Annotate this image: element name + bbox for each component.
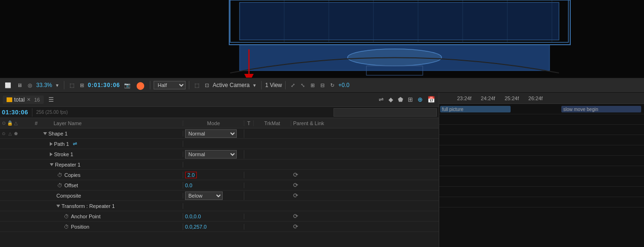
layer-row: ⏱ Anchor Point 0.0,0.0 ⟳ (0, 211, 439, 222)
comp-tab-close[interactable]: ✕ (27, 97, 31, 102)
link-icon: ⟳ (293, 223, 298, 230)
composite-select[interactable]: Below Above (185, 191, 223, 200)
track-bar-label-2: slow move begin (563, 107, 598, 112)
anchor-point-value[interactable]: 0.0,0.0 (185, 214, 201, 219)
stopwatch-icon[interactable]: ⏱ (63, 223, 70, 230)
layer-mode-cell: Normal (183, 150, 244, 159)
layer-parent-cell: ⟳ (291, 182, 348, 189)
tl-globe-btn[interactable]: ⊕ (417, 95, 424, 104)
mode-select[interactable]: Normal (185, 129, 237, 138)
right-panel: 23:24f 24:24f 25:24f 26:24f full picture… (439, 93, 644, 247)
toolbar-timecode: 0:01:30:06 (88, 82, 120, 88)
layer-row: Stroke 1 Normal (0, 149, 439, 159)
layer-name: Path 1 (54, 141, 69, 147)
position-label: Position (71, 224, 89, 230)
col-mode-header: Mode (183, 120, 244, 126)
layer-fixed-cell: ⏱ Offset (0, 182, 183, 189)
col-trkmat-header: TrkMat (254, 120, 291, 126)
svg-rect-2 (240, 2, 559, 40)
layer-name-container: ⏱ Position (34, 223, 89, 230)
toolbar-grid-btn[interactable]: ⊞ (78, 81, 86, 89)
stopwatch-icon[interactable]: ⏱ (56, 172, 63, 178)
track-row (439, 187, 644, 197)
toolbar-refresh-btn[interactable]: ↻ (328, 81, 336, 89)
path-arrows: ⇌ (73, 141, 77, 147)
layer-name-container: ⏱ Anchor Point (34, 213, 101, 220)
timeline-header: total ✕ 16 ☰ ⇌ ◆ ⬟ ⊞ ⊕ 📅 (0, 93, 439, 107)
toolbar-align-btn[interactable]: ⊟ (318, 81, 326, 89)
toolbar-region-btn[interactable]: ⬚ (68, 81, 76, 89)
toolbar-color-btn[interactable]: ⬤ (134, 80, 147, 91)
layer-fixed-cell: Repeater 1 (0, 162, 183, 167)
eye-icon[interactable]: ⊙ (1, 131, 7, 136)
toolbar-quality-select[interactable]: Half Full Quarter (154, 81, 186, 89)
toolbar-camera-icon-btn[interactable]: 📷 (122, 81, 132, 89)
track-row-bars: full picture slow move begin (439, 104, 644, 114)
lock-icon[interactable]: △ (7, 131, 13, 136)
divider-1 (64, 81, 64, 89)
toolbar-camera-dropdown[interactable]: ▾ (251, 81, 258, 89)
copies-highlight: 2.0 (185, 172, 197, 178)
tl-calendar-btn[interactable]: 📅 (427, 95, 436, 104)
tl-hamburger-btn[interactable]: ☰ (47, 95, 55, 104)
divider-2 (150, 81, 150, 89)
stopwatch-icon[interactable]: ⏱ (63, 213, 70, 220)
toolbar-region2-btn[interactable]: ⬚ (193, 81, 201, 89)
layer-mode-cell: 0.0,257.0 (183, 224, 244, 230)
layer-mode-cell: 0.0 (183, 183, 244, 188)
track-bar-label-1: full picture (442, 107, 464, 112)
layer-name-container: ⏱ Copies (34, 172, 80, 178)
layer-parent-cell: ⟳ (291, 192, 348, 199)
copies-label: Copies (64, 172, 80, 178)
layer-fixed-cell: ⏱ Anchor Point (0, 213, 183, 220)
col-trkmat-label: TrkMat (264, 120, 280, 126)
offset-value[interactable]: 0.0 (185, 183, 192, 188)
layer-row: Composite Below Above ⟳ (0, 191, 439, 201)
layer-mode-cell: 2.0 (183, 172, 244, 178)
tl-chart-btn[interactable]: ⊞ (407, 95, 414, 104)
expand-icon[interactable] (50, 142, 53, 146)
copies-value[interactable]: 2.0 (187, 172, 194, 178)
toolbar-layout-btn[interactable]: ⊡ (203, 81, 211, 89)
toolbar-fit-btn[interactable]: ⤡ (299, 81, 307, 89)
expand-icon[interactable] (50, 152, 53, 156)
track-row (439, 145, 644, 156)
mode-select[interactable]: Normal (185, 150, 237, 159)
track-header-row: 23:24f 24:24f 25:24f 26:24f (439, 93, 644, 104)
divider-3 (189, 81, 189, 89)
toolbar-display-btn[interactable]: 🖥 (15, 81, 24, 89)
track-row (439, 135, 644, 145)
layer-fixed-cell: ⊙ △ ⬟ Shape 1 (0, 131, 183, 136)
layer-row: ⊙ △ ⬟ Shape 1 Normal (0, 128, 439, 139)
preview-area (0, 0, 644, 78)
layer-name: Shape 1 (48, 131, 68, 136)
position-value[interactable]: 0.0,257.0 (185, 224, 207, 230)
toolbar-snap-btn[interactable]: ⊞ (309, 81, 317, 89)
comp-icon (7, 97, 12, 102)
tl-marker-btn[interactable]: ⬟ (397, 95, 404, 104)
layer-mode-cell: 0.0,0.0 (183, 214, 244, 219)
tl-keyframe-btn[interactable]: ◆ (388, 95, 394, 104)
track-row (439, 125, 644, 135)
toolbar-zoom-dropdown[interactable]: ▾ (54, 81, 61, 89)
layer-parent-cell: ⟳ (291, 171, 348, 178)
layer-row: Repeater 1 (0, 159, 439, 170)
stopwatch-icon[interactable]: ⏱ (56, 182, 63, 189)
solo-icon[interactable]: ⬟ (13, 131, 19, 136)
toolbar-monitor-btn[interactable]: ⬜ (3, 81, 13, 89)
search-input[interactable] (334, 108, 437, 117)
layer-parent-cell: ⟳ (291, 223, 348, 230)
tl-link-btn[interactable]: ⇌ (378, 95, 385, 104)
time-marker-3: 25:24f (504, 96, 519, 101)
toolbar-expand-btn[interactable]: ⤢ (289, 81, 297, 89)
expand-icon[interactable] (43, 132, 47, 135)
current-time: 01:30:06 (2, 109, 28, 116)
toolbar-mask-btn[interactable]: ◎ (26, 81, 34, 89)
anchor-point-label: Anchor Point (71, 214, 101, 219)
layer-name: Stroke 1 (54, 151, 73, 157)
track-row (439, 197, 644, 207)
comp-tab-name: total (14, 96, 25, 103)
expand-icon[interactable] (50, 163, 54, 166)
layer-row: Transform : Repeater 1 (0, 201, 439, 211)
expand-icon[interactable] (56, 205, 60, 207)
